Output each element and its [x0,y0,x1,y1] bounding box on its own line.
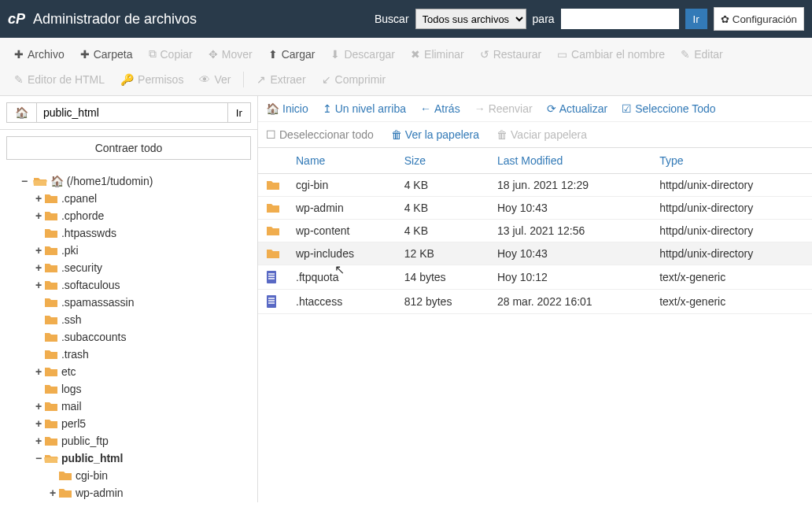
tree-toggle[interactable] [33,311,44,328]
empty-trash-link[interactable]: 🗑Vaciar papelera [496,128,587,141]
up-level-link[interactable]: ↥Un nivel arriba [323,102,406,115]
tree-node[interactable]: .trash [6,346,254,363]
tree-root[interactable]: − (/home1/tudomin) [6,172,254,190]
restore-button[interactable]: ↺Restaurar [472,43,549,65]
tree-node[interactable]: − public_html [6,450,254,467]
delete-button[interactable]: ✖Eliminar [403,43,472,65]
tree-label[interactable]: .cpanel [61,192,97,205]
tree-toggle[interactable]: + [33,398,44,415]
table-row[interactable]: wp-content4 KB13 jul. 2021 12:56httpd/un… [258,220,812,242]
tree-toggle[interactable]: + [33,363,44,380]
col-size[interactable]: Size [397,148,489,174]
tree-toggle[interactable] [33,380,44,398]
tree-toggle[interactable] [33,224,44,242]
tree-label[interactable]: .ssh [61,313,82,326]
tree-label[interactable]: public_ftp [61,435,109,447]
col-name[interactable]: Name [288,148,397,174]
tree-node[interactable]: cgi-bin [6,467,254,484]
select-all-link[interactable]: ☑Seleccione Todo [622,102,715,115]
tree-toggle[interactable]: + [33,276,44,294]
tree-node[interactable]: + wp-content [6,501,254,502]
deselect-all-link[interactable]: ☐Deseleccionar todo [266,128,374,141]
path-input[interactable] [37,102,228,123]
tree-node[interactable]: + .pki [6,242,254,259]
col-modified[interactable]: Last Modified [489,148,651,174]
table-row[interactable]: .htaccess812 bytes28 mar. 2022 16:01text… [258,290,812,314]
cell-name[interactable]: wp-includes [288,242,397,265]
forward-link[interactable]: →Reenviar [474,102,533,115]
tree-label[interactable]: mail [61,400,82,413]
path-go-button[interactable]: Ir [228,102,251,123]
back-link[interactable]: ←Atrás [420,102,460,115]
tree-toggle[interactable]: + [33,432,44,450]
tree-node[interactable]: .subaccounts [6,328,254,346]
reload-link[interactable]: ⟳Actualizar [547,102,607,115]
search-input[interactable] [561,9,679,29]
edit-button[interactable]: ✎Editar [673,43,731,65]
tree-node[interactable]: .htpasswds [6,224,254,242]
tree-node[interactable]: + .softaculous [6,276,254,294]
tree-label[interactable]: cgi-bin [76,469,108,482]
html-editor-button[interactable]: ✎Editor de HTML [6,68,113,91]
home-link[interactable]: Inicio [266,102,308,115]
tree-label[interactable]: .softaculous [61,279,120,291]
tree-node[interactable]: logs [6,380,254,398]
tree-label[interactable]: .cphorde [61,209,104,222]
tree-label[interactable]: .subaccounts [61,331,127,343]
tree-label[interactable]: public_html [61,452,124,464]
table-row[interactable]: wp-includes12 KBHoy 10:43httpd/unix-dire… [258,242,812,265]
tree-toggle[interactable]: + [33,415,44,432]
view-button[interactable]: 👁Ver [191,68,238,91]
tree-node[interactable]: + wp-admin [6,484,254,501]
cell-name[interactable]: .htaccess [288,290,397,314]
collapse-all-button[interactable]: Contraer todo [6,136,251,160]
tree-node[interactable]: .spamassassin [6,294,254,311]
tree-toggle[interactable]: + [47,501,58,502]
tree-toggle[interactable]: − [33,450,44,467]
tree-label[interactable]: wp-admin [76,487,124,499]
view-trash-link[interactable]: 🗑Ver la papelera [391,128,479,141]
search-go-button[interactable]: Ir [685,9,707,29]
cell-name[interactable]: .ftpquota [288,265,397,290]
tree-node[interactable]: + etc [6,363,254,380]
cell-name[interactable]: wp-admin [288,197,397,220]
tree-toggle[interactable]: + [33,242,44,259]
tree-node[interactable]: + public_ftp [6,432,254,450]
tree-node[interactable]: + .cpanel [6,190,254,207]
tree-node[interactable]: + .cphorde [6,207,254,224]
folder-new-button[interactable]: ✚Carpeta [72,43,141,65]
compress-button[interactable]: ↙Comprimir [314,68,394,91]
rename-button[interactable]: ▭Cambiar el nombre [549,43,673,65]
tree-toggle[interactable] [33,294,44,311]
tree-label[interactable]: etc [61,365,76,378]
table-row[interactable]: wp-admin4 KBHoy 10:43httpd/unix-director… [258,197,812,220]
tree-label[interactable]: perl5 [61,417,86,430]
config-button[interactable]: ✿Configuración [714,7,804,31]
col-type[interactable]: Type [651,148,812,174]
tree-node[interactable]: + perl5 [6,415,254,432]
path-home-button[interactable] [6,102,37,123]
cell-name[interactable]: cgi-bin [288,174,397,197]
table-row[interactable]: cgi-bin4 KB18 jun. 2021 12:29httpd/unix-… [258,174,812,197]
tree-label[interactable]: .pki [61,244,79,257]
table-row[interactable]: .ftpquota14 bytesHoy 10:12text/x-generic [258,265,812,290]
tree-toggle[interactable] [47,467,58,484]
tree-toggle[interactable]: + [33,207,44,224]
file-new-button[interactable]: ✚Archivo [6,43,72,65]
tree-node[interactable]: + .security [6,259,254,276]
upload-button[interactable]: ⬆Cargar [260,43,323,65]
copy-button[interactable]: ⧉Copiar [141,43,201,65]
tree-label[interactable]: .security [61,261,102,274]
tree-root-label[interactable]: (/home1/tudomin) [67,175,153,187]
tree-label[interactable]: .trash [61,348,89,361]
tree-toggle[interactable]: + [33,259,44,276]
permissions-button[interactable]: 🔑Permisos [113,68,191,91]
tree-label[interactable]: .htpasswds [61,227,116,239]
tree-node[interactable]: .ssh [6,311,254,328]
tree-toggle[interactable]: + [33,190,44,207]
tree-toggle[interactable]: + [47,484,58,501]
cell-name[interactable]: wp-content [288,220,397,242]
tree-label[interactable]: .spamassassin [61,296,135,309]
tree-label[interactable]: logs [61,383,82,395]
col-icon[interactable] [258,148,288,174]
